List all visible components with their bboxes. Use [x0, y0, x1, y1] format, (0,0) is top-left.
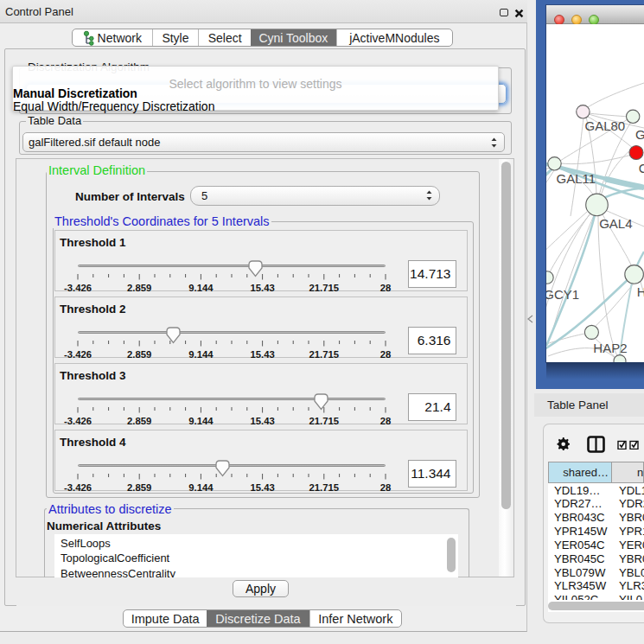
svg-text:GCY1: GCY1 [546, 287, 579, 302]
svg-text:GAL4: GAL4 [599, 216, 632, 231]
svg-text:HA: HA [637, 284, 644, 299]
svg-text:GA: GA [635, 127, 644, 142]
svg-text:GAL11: GAL11 [557, 171, 596, 186]
svg-text:HAP2: HAP2 [593, 341, 627, 355]
svg-text:C: C [639, 161, 644, 175]
svg-text:GAL80: GAL80 [585, 118, 626, 133]
